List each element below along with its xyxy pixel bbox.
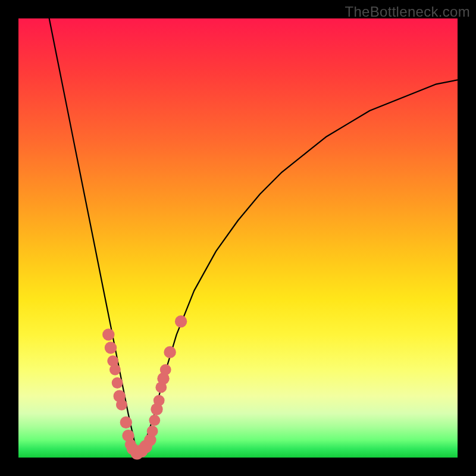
chart-frame: TheBottleneck.com bbox=[0, 0, 476, 476]
data-point-marker bbox=[154, 395, 165, 406]
data-point-marker bbox=[109, 364, 121, 375]
data-point-marker bbox=[112, 377, 123, 389]
data-point-marker bbox=[116, 399, 127, 411]
data-point-marker bbox=[147, 425, 158, 437]
plot-area bbox=[18, 18, 458, 458]
watermark-text: TheBottleneck.com bbox=[345, 4, 470, 20]
marker-layer bbox=[102, 315, 187, 459]
curve-layer bbox=[49, 18, 458, 453]
data-point-marker bbox=[102, 328, 114, 340]
data-point-marker bbox=[175, 315, 187, 327]
data-point-marker bbox=[160, 364, 171, 375]
data-point-marker bbox=[105, 342, 117, 353]
data-point-marker bbox=[120, 416, 132, 428]
data-point-marker bbox=[149, 415, 160, 426]
data-point-marker bbox=[164, 346, 176, 358]
bottleneck-chart-svg bbox=[18, 18, 458, 458]
bottleneck-curve bbox=[49, 18, 458, 453]
